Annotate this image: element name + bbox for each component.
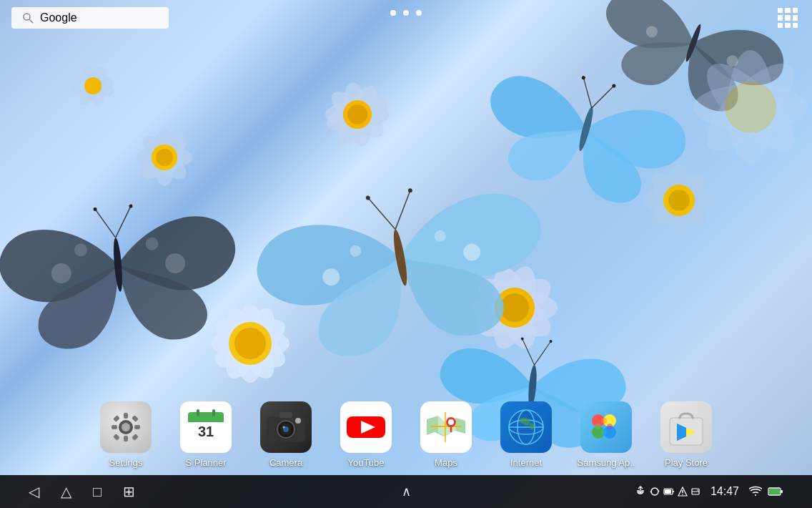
topbar: Google — [0, 0, 812, 36]
svg-rect-97 — [212, 409, 215, 416]
up-button[interactable]: ∧ — [402, 484, 411, 499]
time-display: 14:47 — [710, 485, 739, 498]
playstore-icon — [660, 401, 712, 453]
svg-point-33 — [668, 190, 690, 211]
svg-point-74 — [725, 82, 776, 133]
svg-rect-135 — [665, 489, 671, 494]
nav-left: ◁ △ □ ⊞ — [29, 483, 135, 500]
svg-rect-80 — [124, 436, 128, 441]
svg-point-14 — [500, 293, 529, 322]
grid-dot — [793, 8, 798, 13]
svg-point-93 — [205, 422, 208, 425]
app-youtube[interactable]: YouTube — [326, 401, 406, 471]
playstore-icon-svg — [664, 405, 708, 449]
svg-rect-89 — [188, 418, 224, 422]
settings-icon-svg — [107, 409, 144, 446]
camera-label: Camera — [269, 457, 302, 468]
app-playstore[interactable]: Play Store — [646, 401, 726, 471]
svg-rect-143 — [781, 490, 783, 493]
svg-point-102 — [283, 426, 285, 428]
grid-dot — [778, 15, 783, 20]
svg-point-45 — [581, 76, 585, 80]
warning-icon — [678, 487, 688, 497]
svg-rect-103 — [279, 412, 292, 418]
battery-full-icon — [768, 487, 783, 497]
app-samsung[interactable]: Samsung Ap.. — [566, 401, 646, 471]
svg-rect-84 — [132, 434, 139, 441]
samsung-icon-svg — [584, 405, 628, 449]
svg-point-138 — [682, 494, 683, 495]
search-bar[interactable]: Google — [11, 7, 169, 29]
svg-rect-134 — [673, 491, 674, 492]
grid-dot — [793, 23, 798, 28]
samsung-label: Samsung Ap.. — [578, 457, 635, 468]
splanner-icon: 31 — [180, 401, 232, 453]
svg-point-119 — [601, 418, 607, 424]
maps-label: Maps — [435, 457, 457, 468]
maps-icon-svg — [424, 405, 468, 449]
usb-icon — [635, 486, 646, 497]
menu-button[interactable]: ⊞ — [123, 483, 135, 500]
svg-point-75 — [24, 14, 30, 20]
app-camera[interactable]: Camera — [246, 401, 326, 471]
svg-point-78 — [122, 423, 130, 431]
dot-3 — [416, 10, 422, 16]
sync-icon — [649, 486, 660, 497]
internet-label: Internet — [510, 457, 542, 468]
svg-marker-132 — [650, 492, 652, 494]
camera-icon-svg — [264, 405, 308, 449]
nav-right-status: 14:47 — [635, 485, 783, 498]
back-button[interactable]: ◁ — [29, 483, 39, 500]
youtube-icon — [340, 401, 392, 453]
svg-line-39 — [368, 194, 395, 233]
app-splanner[interactable]: 31 S Planner — [166, 401, 246, 471]
grid-dot — [793, 15, 798, 20]
app-internet[interactable]: Internet — [486, 401, 566, 471]
svg-marker-131 — [658, 489, 660, 492]
svg-rect-79 — [124, 413, 128, 419]
svg-point-91 — [194, 422, 197, 425]
nav-center: ∧ — [402, 484, 411, 499]
svg-rect-86 — [132, 415, 139, 422]
status-icons — [635, 486, 700, 497]
splanner-icon-svg: 31 — [184, 405, 228, 449]
svg-line-46 — [592, 82, 614, 112]
svg-line-58 — [113, 206, 134, 238]
internet-icon-svg — [504, 405, 548, 449]
svg-rect-83 — [113, 415, 120, 422]
playstore-label: Play Store — [665, 457, 708, 468]
youtube-label: YouTube — [347, 457, 384, 468]
svg-point-109 — [448, 419, 454, 425]
page-dots — [390, 10, 422, 16]
svg-point-20 — [156, 149, 173, 166]
samsung-icon — [580, 401, 632, 453]
app-dock: Settings 31 S Plann — [0, 396, 812, 475]
svg-point-94 — [211, 422, 214, 425]
search-label: Google — [40, 11, 77, 24]
app-settings[interactable]: Settings — [86, 401, 166, 471]
home-button[interactable]: △ — [61, 483, 71, 500]
settings-label: Settings — [109, 457, 143, 468]
svg-point-69 — [84, 77, 102, 94]
svg-rect-96 — [197, 409, 199, 416]
svg-line-76 — [29, 19, 33, 23]
svg-rect-85 — [113, 434, 120, 441]
svg-point-121 — [601, 429, 607, 435]
grid-dot — [778, 23, 783, 28]
navigation-bar: ◁ △ □ ⊞ ∧ — [0, 475, 812, 508]
svg-point-27 — [347, 104, 367, 124]
app-maps[interactable]: Maps — [406, 401, 486, 471]
splanner-label: S Planner — [185, 457, 226, 468]
apps-grid-button[interactable] — [775, 5, 801, 31]
svg-rect-81 — [112, 425, 117, 429]
svg-line-56 — [95, 207, 116, 239]
camera-icon — [260, 401, 312, 453]
recents-button[interactable]: □ — [93, 484, 102, 500]
svg-point-122 — [607, 424, 613, 429]
svg-line-44 — [577, 78, 599, 108]
svg-line-63 — [535, 340, 551, 366]
settings-icon — [100, 401, 152, 453]
grid-dot — [785, 23, 790, 28]
dot-2 — [403, 10, 409, 16]
grid-dot — [778, 8, 783, 13]
